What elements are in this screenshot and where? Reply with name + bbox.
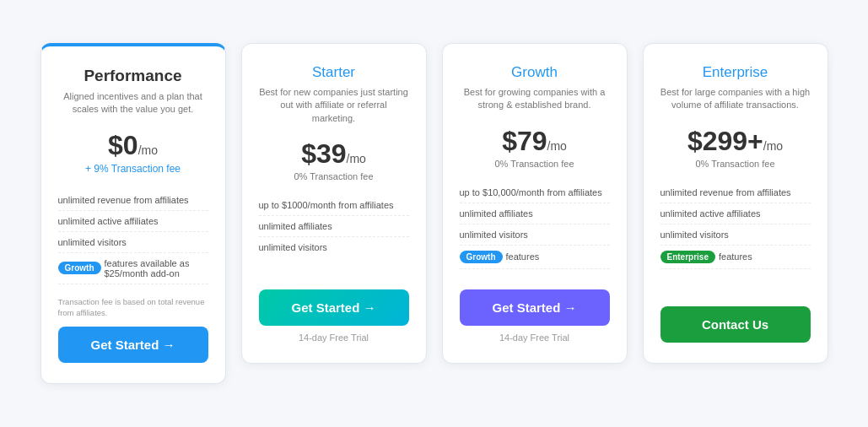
card-subtitle-growth: Best for growing companies with a strong…: [460, 86, 610, 112]
feature-item: unlimited visitors: [259, 237, 409, 257]
transaction-fee-starter: 0% Transaction fee: [294, 171, 373, 181]
features-list-enterprise: unlimited revenue from affiliatesunlimit…: [660, 182, 811, 269]
transaction-note-performance: Transaction fee is based on total revenu…: [58, 296, 208, 319]
transaction-fee-performance: + 9% Transaction fee: [85, 163, 181, 175]
cta-button-performance[interactable]: Get Started →: [58, 327, 208, 363]
features-list-growth: up to $10,000/month from affiliatesunlim…: [460, 182, 610, 269]
card-title-growth: Growth: [511, 64, 558, 81]
card-subtitle-performance: Aligned incentives and a plan that scale…: [58, 90, 208, 116]
card-title-enterprise: Enterprise: [703, 64, 768, 81]
card-subtitle-enterprise: Best for large companies with a high vol…: [660, 86, 811, 112]
badge-row-growth: Growth features: [460, 246, 610, 269]
card-title-starter: Starter: [312, 64, 355, 81]
feature-item: unlimited revenue from affiliates: [660, 182, 811, 203]
transaction-fee-enterprise: 0% Transaction fee: [695, 159, 774, 169]
features-list-starter: up to $1000/month from affiliatesunlimit…: [259, 195, 409, 257]
feature-item: unlimited visitors: [460, 224, 610, 246]
feature-item: unlimited visitors: [58, 232, 208, 253]
pricing-card-enterprise: EnterpriseBest for large companies with …: [643, 43, 828, 364]
growth-badge: Growth: [58, 262, 101, 274]
card-price-enterprise: $299+/mo: [687, 126, 783, 157]
badge-note-growth: features: [506, 251, 540, 262]
cta-button-enterprise[interactable]: Contact Us: [660, 306, 811, 343]
feature-item: up to $10,000/month from affiliates: [460, 182, 610, 203]
feature-item: unlimited visitors: [660, 224, 811, 246]
feature-item: unlimited active affiliates: [58, 211, 208, 232]
badge-note-enterprise: features: [719, 251, 752, 262]
card-title-performance: Performance: [84, 67, 181, 85]
card-price-growth: $79/mo: [502, 126, 567, 157]
cta-button-growth[interactable]: Get Started →: [460, 289, 610, 326]
enterprise-badge: Enterprise: [660, 251, 715, 263]
free-trial-label-starter: 14-day Free Trial: [299, 332, 369, 343]
badge-row-performance: Growth features available as $25/month a…: [58, 253, 208, 284]
growth-badge: Growth: [460, 251, 503, 263]
transaction-fee-growth: 0% Transaction fee: [494, 159, 574, 169]
feature-item: unlimited active affiliates: [660, 203, 811, 224]
pricing-card-performance: PerformanceAligned incentives and a plan…: [40, 43, 226, 384]
badge-note-performance: features available as $25/month add-on: [105, 258, 208, 278]
card-price-performance: $0/mo: [108, 130, 158, 161]
feature-item: unlimited affiliates: [259, 216, 409, 237]
card-price-starter: $39/mo: [301, 138, 366, 170]
pricing-card-growth: GrowthBest for growing companies with a …: [442, 43, 628, 364]
badge-row-enterprise: Enterprise features: [660, 246, 811, 269]
feature-item: unlimited revenue from affiliates: [58, 190, 208, 211]
feature-item: unlimited affiliates: [460, 203, 610, 224]
free-trial-label-growth: 14-day Free Trial: [499, 332, 569, 343]
feature-item: up to $1000/month from affiliates: [259, 195, 409, 216]
cta-button-starter[interactable]: Get Started →: [259, 289, 409, 326]
features-list-performance: unlimited revenue from affiliatesunlimit…: [58, 190, 208, 284]
card-subtitle-starter: Best for new companies just starting out…: [259, 86, 409, 125]
pricing-container: PerformanceAligned incentives and a plan…: [40, 43, 828, 384]
pricing-card-starter: StarterBest for new companies just start…: [241, 43, 427, 364]
